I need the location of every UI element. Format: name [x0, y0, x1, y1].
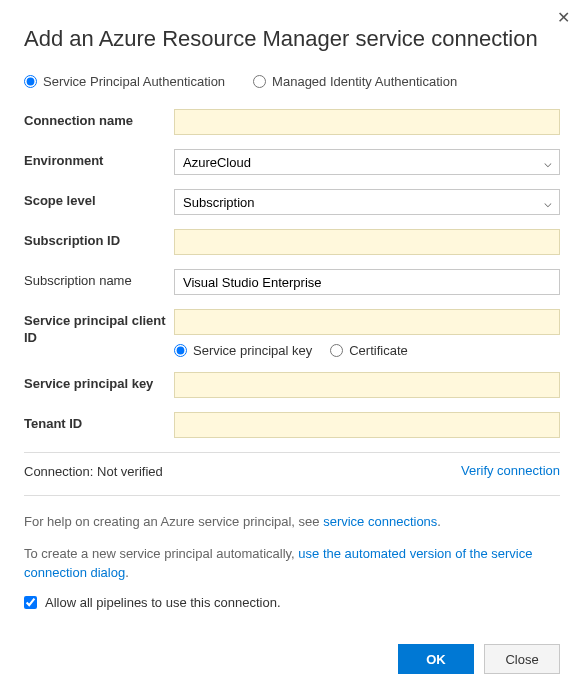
- cred-cert-radio[interactable]: [330, 344, 343, 357]
- help-text-2: To create a new service principal automa…: [24, 544, 560, 583]
- verify-status: Connection: Not verified: [24, 463, 163, 481]
- auth-spa-option[interactable]: Service Principal Authentication: [24, 74, 225, 89]
- subscription-name-label: Subscription name: [24, 269, 174, 290]
- tenant-id-label: Tenant ID: [24, 412, 174, 433]
- sp-key-input[interactable]: [174, 372, 560, 398]
- environment-select[interactable]: AzureCloud: [174, 149, 560, 175]
- connection-name-input[interactable]: [174, 109, 560, 135]
- cred-key-label: Service principal key: [193, 343, 312, 358]
- close-button[interactable]: Close: [484, 644, 560, 674]
- close-icon[interactable]: ✕: [557, 10, 570, 26]
- environment-label: Environment: [24, 149, 174, 170]
- sp-client-id-input[interactable]: [174, 309, 560, 335]
- ok-button[interactable]: OK: [398, 644, 474, 674]
- auth-type-radiogroup: Service Principal Authentication Managed…: [24, 74, 560, 89]
- auth-mia-option[interactable]: Managed Identity Authentication: [253, 74, 457, 89]
- verify-connection-link[interactable]: Verify connection: [461, 463, 560, 478]
- verify-row: Connection: Not verified Verify connecti…: [24, 452, 560, 496]
- cred-cert-option[interactable]: Certificate: [330, 343, 408, 358]
- dialog-title: Add an Azure Resource Manager service co…: [24, 26, 560, 52]
- dialog-buttons: OK Close: [398, 644, 560, 674]
- auth-spa-label: Service Principal Authentication: [43, 74, 225, 89]
- cred-cert-label: Certificate: [349, 343, 408, 358]
- credential-type-radiogroup: Service principal key Certificate: [174, 343, 560, 358]
- service-connections-link[interactable]: service connections: [323, 514, 437, 529]
- connection-name-label: Connection name: [24, 109, 174, 130]
- allow-pipelines-checkbox[interactable]: [24, 596, 37, 609]
- allow-pipelines-row: Allow all pipelines to use this connecti…: [24, 595, 560, 610]
- auth-mia-label: Managed Identity Authentication: [272, 74, 457, 89]
- auth-mia-radio[interactable]: [253, 75, 266, 88]
- cred-key-radio[interactable]: [174, 344, 187, 357]
- cred-key-option[interactable]: Service principal key: [174, 343, 312, 358]
- help-text-1: For help on creating an Azure service pr…: [24, 512, 560, 532]
- scope-level-select[interactable]: Subscription: [174, 189, 560, 215]
- subscription-name-input[interactable]: [174, 269, 560, 295]
- auth-spa-radio[interactable]: [24, 75, 37, 88]
- scope-level-label: Scope level: [24, 189, 174, 210]
- tenant-id-input[interactable]: [174, 412, 560, 438]
- subscription-id-label: Subscription ID: [24, 229, 174, 250]
- subscription-id-input[interactable]: [174, 229, 560, 255]
- sp-client-id-label: Service principal client ID: [24, 309, 174, 347]
- allow-pipelines-label: Allow all pipelines to use this connecti…: [45, 595, 281, 610]
- sp-key-label: Service principal key: [24, 372, 174, 393]
